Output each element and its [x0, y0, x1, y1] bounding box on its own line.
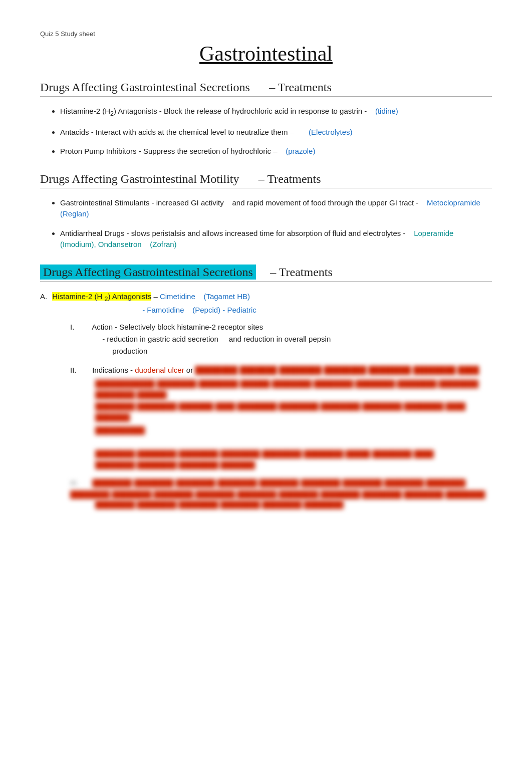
item2-highlight: (Electrolytes) [309, 128, 353, 136]
sub-a-drugs2: - Famotidine (Pepcid) - Pediatric [142, 306, 256, 314]
sub2-sub: 2 [105, 296, 108, 303]
sub-a-drugs1: Cimetidine (Tagamet HB) [160, 292, 250, 301]
roman-II-block: II. Indications - duodenal ulcer or ████… [70, 364, 492, 471]
section2-header: Drugs Affecting Gastrointestinal Motilit… [40, 172, 239, 185]
section1-dash-treatments: – Treatments [269, 81, 332, 94]
roman-I-text1: Action - Selectively block histamine-2 r… [92, 323, 263, 331]
roman-III-blurred: ████████ ████████ ████████ ████████ ████… [70, 479, 485, 498]
item4-text: Gastrointestinal Stimulants - increased … [60, 198, 418, 207]
section1-list: Histamine-2 (H2) Antagonists - Block the… [60, 106, 492, 157]
section2-dash-treatments: – Treatments [258, 172, 321, 185]
roman-II-blurred-inline: ████████ ███████ ████████ ████████ █████… [195, 366, 479, 374]
section1-header-row: Drugs Affecting Gastrointestinal Secreti… [40, 81, 492, 97]
sub-a-block: A. Histamine-2 (H 2) Antagonists – Cimet… [40, 291, 492, 316]
sub-a-dash: – [153, 292, 160, 301]
item3-highlight: (prazole) [286, 147, 315, 155]
quiz-label: Quiz 5 Study sheet [40, 30, 492, 38]
list-item: Antidiarrheal Drugs - slows peristalsis … [60, 228, 492, 250]
roman-III-label: III. [70, 478, 90, 487]
item2-text: Antacids - Interact with acids at the ch… [60, 128, 294, 136]
item3-text: Proton Pump Inhibitors - Suppress the se… [60, 147, 278, 155]
roman-I-text2: - reduction in gastric acid secretion an… [102, 335, 331, 343]
roman-II-text2: or [186, 366, 195, 374]
sub-a-highlight-text: Histamine-2 (H 2) Antagonists [52, 292, 151, 301]
roman-I-block: I. Action - Selectively block histamine-… [70, 321, 492, 357]
roman-II-blurred-line1: ████████████ ████████ ████████ ██████ ██… [95, 378, 492, 401]
sub-a-label: A. [40, 292, 47, 301]
section3-header-highlight: Drugs Affecting Gastrointestinal Secreti… [40, 265, 256, 280]
roman-I-text3: production [112, 347, 147, 355]
section3-dash-treatments: – Treatments [270, 266, 333, 279]
list-item: Gastrointestinal Stimulants - increased … [60, 197, 492, 220]
item1-sub: 2 [110, 110, 114, 117]
section2-header-row: Drugs Affecting Gastrointestinal Motilit… [40, 172, 492, 188]
roman-II-label: II. [70, 364, 90, 376]
main-title: Gastrointestinal [40, 42, 492, 66]
roman-II-blurred-line4: ████████ ████████ ████████ ████████ ████… [95, 448, 492, 459]
item1-highlight: (tidine) [375, 107, 398, 115]
section1-header: Drugs Affecting Gastrointestinal Secreti… [40, 81, 250, 94]
list-item: Histamine-2 (H2) Antagonists - Block the… [60, 106, 492, 119]
item5-text: Antidiarrheal Drugs - slows peristalsis … [60, 229, 405, 237]
roman-III-blurred2: ████████ ████████ ████████ ████████ ████… [95, 500, 344, 508]
roman-II-blurred-line3: ██████████ [95, 425, 492, 436]
list-item: Proton Pump Inhibitors - Suppress the se… [60, 146, 492, 157]
roman-II-highlight1: duodenal ulcer [135, 366, 184, 374]
list-item: Antacids - Interact with acids at the ch… [60, 127, 492, 138]
roman-II-blurred-line5: ████████ ████████ ████████ ███████ [95, 459, 492, 470]
roman-II-blurred-line2: ████████ ████████ ███████ ████ ████████ … [95, 401, 492, 423]
section2-list: Gastrointestinal Stimulants - increased … [60, 197, 492, 250]
section3-header-row: Drugs Affecting Gastrointestinal Secreti… [40, 266, 492, 282]
item1-text-after: ) Antagonists - Block the release of hyd… [114, 107, 367, 115]
roman-III-block: III. ████████ ████████ ████████ ████████… [70, 477, 492, 508]
item1-text-before: Histamine-2 (H [60, 107, 110, 115]
roman-I-label: I. [70, 321, 90, 333]
roman-II-text1: Indications - [92, 366, 135, 374]
